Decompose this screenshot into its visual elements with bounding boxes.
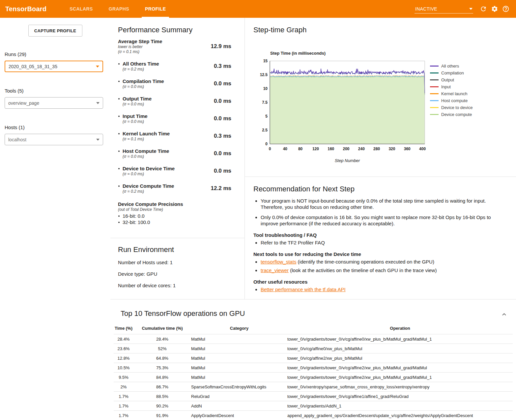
legend-swatch xyxy=(430,66,439,67)
settings-button[interactable] xyxy=(489,3,500,14)
table-cell: 90.2% xyxy=(133,401,191,411)
chart-x-axis-label: Step Number xyxy=(270,158,425,163)
legend-swatch xyxy=(430,100,439,101)
svg-text:320: 320 xyxy=(388,147,395,151)
metric-sigma: (σ = 0.2 ms) xyxy=(123,189,174,194)
table-cell: 10.5% xyxy=(114,363,133,373)
step-time-chart: 02.557.51012.515040801201602002402803203… xyxy=(253,58,431,154)
reload-status-dropdown[interactable]: INACTIVE xyxy=(415,5,473,14)
svg-text:360: 360 xyxy=(404,147,411,151)
precision-label: Device Compute Precisions xyxy=(118,201,231,207)
collapse-section-button[interactable] xyxy=(501,311,507,318)
recommendation-title: Recommendation for Next Step xyxy=(253,185,503,193)
tab-graphs[interactable]: GRAPHS xyxy=(101,0,137,18)
precision-value: 16-bit: 0.0 xyxy=(123,213,145,219)
table-cell: 84.8% xyxy=(133,373,191,382)
legend-item: Output xyxy=(430,76,473,83)
chevron-down-icon xyxy=(96,102,100,104)
next-tools-list: tensorflow_stats (identify the time-cons… xyxy=(261,259,503,273)
tool-select[interactable]: overview_page xyxy=(5,97,103,109)
bullet-dot xyxy=(118,222,120,223)
table-row: 23.6%52%MatMultower_0/v/cg/affine0/xw_pl… xyxy=(114,344,513,353)
table-cell: 12.8% xyxy=(114,353,133,363)
metric-sigma: (σ = 0.2 ms) xyxy=(123,67,159,72)
legend-label: Input xyxy=(441,84,451,89)
table-cell: 23.6% xyxy=(114,344,133,353)
faq-heading: Tool troubleshooting / FAQ xyxy=(253,232,503,238)
svg-text:240: 240 xyxy=(358,147,365,151)
precision-item: 32-bit: 100.0 xyxy=(118,219,231,225)
table-cell: 1.7% xyxy=(114,411,133,420)
chart-legend: All othersCompilationOutputInputKernel l… xyxy=(430,63,473,118)
summary-column: Performance Summary Average Step Time lo… xyxy=(110,18,245,299)
next-tool-link[interactable]: trace_viewer xyxy=(261,267,289,273)
table-cell: 9.5% xyxy=(114,373,133,382)
run-environment-line: Device type: GPU xyxy=(118,271,237,277)
bullet-dot xyxy=(118,168,120,169)
step-time-graph-panel: Step-time Graph Step Time (in millisecon… xyxy=(245,18,516,177)
svg-text:12.5: 12.5 xyxy=(260,72,268,77)
run-environment-panel: Run Environment Number of Hosts used: 1D… xyxy=(110,238,244,289)
host-select-value: localhost xyxy=(8,137,26,142)
bullet-dot xyxy=(118,215,120,217)
runs-label: Runs (29) xyxy=(5,51,110,57)
legend-label: Host compute xyxy=(441,98,468,103)
legend-swatch xyxy=(430,72,439,73)
perf-metric-row: All Others Time(σ = 0.2 ms)0.3 ms xyxy=(118,61,231,72)
help-button[interactable] xyxy=(500,3,511,14)
perf-metric-row: Device Compute Time(σ = 0.2 ms)12.2 ms xyxy=(118,183,231,194)
table-cell: tower_0/v/gradients/tower_0/v/cg/affine2… xyxy=(287,373,513,382)
metric-label: Output Time xyxy=(123,96,152,102)
run-select[interactable]: 2020_03_05_18_31_35 xyxy=(5,61,103,72)
table-cell: tower_0/v/gradients/AddN_1 xyxy=(287,401,513,411)
perf-metric-row: Compilation Time(σ = 0.0 ms)0.0 ms xyxy=(118,78,231,89)
precision-item: 16-bit: 0.0 xyxy=(118,213,231,219)
app-header: TensorBoard SCALARSGRAPHSPROFILE INACTIV… xyxy=(0,0,516,18)
table-cell: 1.7% xyxy=(114,401,133,411)
performance-summary-panel: Performance Summary Average Step Time lo… xyxy=(110,18,244,238)
table-cell: tower_0/v/gradients/tower_0/v/cg/affine0… xyxy=(287,334,513,344)
legend-label: Compilation xyxy=(441,70,464,75)
refresh-button[interactable] xyxy=(478,3,489,14)
precision-note: (out of Total Device Time) xyxy=(118,207,231,212)
main-content: Performance Summary Average Step Time lo… xyxy=(110,18,516,420)
metric-value: 0.0 ms xyxy=(214,150,231,157)
bullet-dot xyxy=(118,185,120,187)
legend-swatch xyxy=(430,114,439,115)
tab-profile[interactable]: PROFILE xyxy=(137,0,174,18)
refresh-icon xyxy=(480,5,487,13)
top-ops-panel: Top 10 TensorFlow operations on GPU Time… xyxy=(110,299,516,420)
table-cell: ReluGrad xyxy=(191,392,287,401)
table-cell: 75.3% xyxy=(133,363,191,373)
legend-label: Device to device xyxy=(441,105,473,110)
svg-text:7.5: 7.5 xyxy=(262,100,268,105)
table-row: 9.5%84.8%MatMultower_0/v/gradients/tower… xyxy=(114,373,513,382)
graph-column: Step-time Graph Step Time (in millisecon… xyxy=(245,18,516,299)
resource-link[interactable]: Better performance with the tf.data API xyxy=(261,287,346,292)
legend-swatch xyxy=(430,107,439,108)
host-select[interactable]: localhost xyxy=(5,134,103,145)
metric-value: 0.3 ms xyxy=(214,133,231,139)
metric-label: Kernel Launch Time xyxy=(123,130,170,137)
bullet-dot xyxy=(118,151,120,152)
resources-list: Better performance with the tf.data API xyxy=(261,286,503,293)
svg-text:15: 15 xyxy=(263,59,268,63)
table-cell: 86.7% xyxy=(133,382,191,392)
table-cell: 28.4% xyxy=(114,334,133,344)
svg-text:10: 10 xyxy=(263,86,268,91)
table-cell: AddN xyxy=(191,401,287,411)
next-tool-link[interactable]: tensorflow_stats xyxy=(261,259,296,265)
table-cell: MatMul xyxy=(191,353,287,363)
faq-bullet: Refer to the TF2 Profiler FAQ xyxy=(261,239,503,246)
table-cell: MatMul xyxy=(191,344,287,353)
svg-text:160: 160 xyxy=(328,147,334,151)
help-icon xyxy=(502,5,509,13)
capture-profile-button[interactable]: CAPTURE PROFILE xyxy=(28,25,82,37)
legend-swatch xyxy=(430,79,439,80)
legend-item: Host compute xyxy=(430,97,473,104)
metric-sigma: (σ = 0.1 ms) xyxy=(118,49,162,54)
column-header: Time (%) xyxy=(114,324,133,334)
tab-scalars[interactable]: SCALARS xyxy=(62,0,100,18)
metric-label: Host Compute Time xyxy=(123,148,169,154)
top-ops-table: Time (%)Cumulative time (%)CategoryOpera… xyxy=(114,324,513,420)
